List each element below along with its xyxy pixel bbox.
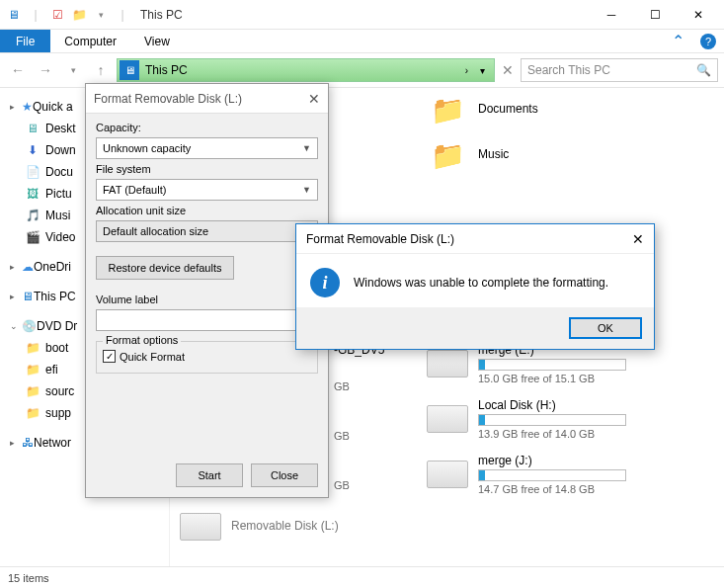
capacity-combo[interactable]: Unknown capacity ▼ [96,137,318,159]
ribbon: File Computer View ⌃ ? [0,30,724,53]
minimize-button[interactable]: ─ [590,1,633,29]
folder-icon: 📁 [427,139,468,171]
drive-merge-j[interactable]: merge (J:) 14.7 GB free of 14.8 GB [427,454,626,495]
download-icon: ⬇ [24,142,41,158]
checkbox-icon[interactable]: ☑ [47,5,67,25]
item-count: 15 items [8,572,49,584]
volume-label-input[interactable] [96,309,318,331]
star-icon: ★ [22,100,33,114]
qat-sep: | [26,5,45,25]
filesystem-combo[interactable]: FAT (Default) ▼ [96,179,318,201]
video-icon: 🎬 [24,229,41,245]
folder-icon: 📁 [24,405,41,421]
start-button[interactable]: Start [176,463,243,487]
file-tab[interactable]: File [0,30,50,52]
capacity-bar [478,469,626,481]
allocation-label: Allocation unit size [96,205,318,216]
allocation-combo[interactable]: Default allocation size [96,220,318,242]
folder-icon[interactable]: 📁 [69,5,89,25]
help-icon[interactable]: ? [700,34,716,49]
cloud-icon: ☁ [22,260,34,274]
filesystem-label: File system [96,163,318,175]
close-button[interactable]: Close [251,463,318,487]
desktop-icon: 🖥 [24,121,41,136]
chevron-down-icon: ▼ [302,185,311,195]
status-bar: 15 items [0,566,724,588]
volume-label-label: Volume label [96,294,318,305]
up-button[interactable]: ↑ [89,58,113,82]
folder-icon: 📁 [24,383,41,399]
search-icon: 🔍 [696,63,711,77]
hdd-icon [180,513,221,541]
hdd-icon [427,461,468,488]
pc-icon: 🖥 [120,60,139,80]
stop-icon[interactable]: ✕ [499,62,517,78]
format-options-group: Format options ✓ Quick Format [96,341,318,374]
maximize-button[interactable]: ☐ [633,1,677,29]
hdd-icon [427,405,468,433]
chevron-down-icon[interactable]: ▾ [472,65,492,76]
capacity-label: Capacity: [96,122,318,133]
qat-sep2: | [113,5,132,25]
restore-defaults-button[interactable]: Restore device defaults [96,256,234,280]
folder-icon: 📁 [427,94,468,126]
dialog-title-bar[interactable]: Format Removable Disk (L:) ✕ [296,224,654,254]
close-button[interactable]: ✕ [677,1,720,29]
drive-removable-l[interactable]: Removable Disk (L:) [180,513,339,541]
pc-icon: 🖥 [4,5,24,25]
music-icon: 🎵 [24,208,41,223]
back-button[interactable]: ← [6,58,30,82]
capacity-bar [478,414,626,426]
dialog-title-bar[interactable]: Format Removable Disk (L:) ✕ [86,84,328,114]
close-icon[interactable]: ✕ [632,231,644,247]
info-icon: i [310,268,340,297]
forward-button[interactable]: → [34,58,57,82]
recent-dropdown-icon[interactable]: ▾ [61,58,85,82]
title-bar: 🖥 | ☑ 📁 ▾ | This PC ─ ☐ ✕ [0,0,724,30]
dialog-title: Format Removable Disk (L:) [94,92,242,106]
qat-dropdown-icon[interactable]: ▾ [91,5,111,25]
document-icon: 📄 [24,164,41,180]
error-message: Windows was unable to complete the forma… [354,276,608,290]
checkbox-icon: ✓ [103,350,116,363]
pc-icon: 🖥 [22,290,34,303]
quick-format-checkbox[interactable]: ✓ Quick Format [103,350,311,363]
format-dialog: Format Removable Disk (L:) ✕ Capacity: U… [85,83,329,498]
folder-icon: 📁 [24,340,41,356]
window-title: This PC [140,8,183,22]
breadcrumb[interactable]: 🖥 This PC › ▾ [117,58,495,82]
picture-icon: 🖼 [24,186,41,202]
quick-access-toolbar: 🖥 | ☑ 📁 ▾ | [4,5,132,25]
chevron-down-icon: ▼ [302,143,311,153]
network-icon: 🖧 [22,436,34,450]
close-icon[interactable]: ✕ [308,91,320,107]
breadcrumb-text: This PC [145,63,461,77]
tab-view[interactable]: View [130,30,184,52]
folder-music[interactable]: 📁 Music [427,139,538,171]
window-controls: ─ ☐ ✕ [590,1,720,29]
folder-documents[interactable]: 📁 Documents [427,94,538,126]
hdd-icon [427,350,468,378]
address-bar-row: ← → ▾ ↑ 🖥 This PC › ▾ ✕ Search This PC 🔍 [0,53,724,87]
ribbon-collapse-icon[interactable]: ⌃ [663,30,692,52]
folder-icon: 📁 [24,362,41,378]
ok-button[interactable]: OK [569,317,642,339]
disc-icon: 💿 [22,319,37,333]
tab-computer[interactable]: Computer [50,30,130,52]
dialog-title: Format Removable Disk (L:) [306,232,454,246]
search-input[interactable]: Search This PC 🔍 [521,58,718,82]
error-dialog: Format Removable Disk (L:) ✕ i Windows w… [295,223,655,350]
drive-local-h[interactable]: Local Disk (H:) 13.9 GB free of 14.0 GB [427,398,626,440]
format-options-legend: Format options [103,334,181,346]
capacity-bar [478,359,626,371]
search-placeholder: Search This PC [527,63,610,77]
chevron-right-icon[interactable]: › [461,65,472,76]
drive-partial: -GB_DV5 GB GB GB [334,343,384,491]
